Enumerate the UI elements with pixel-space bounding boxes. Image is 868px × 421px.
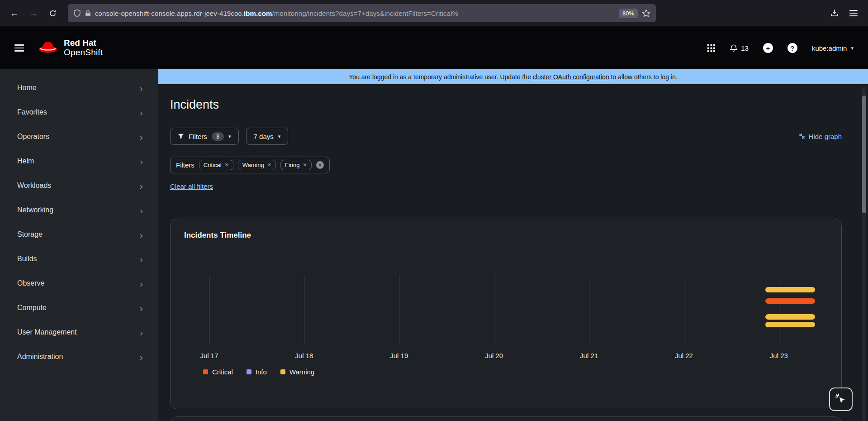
temp-admin-banner: You are logged in as a temporary adminis… [158,69,868,84]
brand-line1: Red Hat [64,38,103,48]
page-title: Incidents [170,97,842,112]
app-launcher-button[interactable] [707,44,715,52]
help-button[interactable]: ? [787,43,797,53]
sidebar-item-networking[interactable]: Networking› [0,198,158,222]
banner-text-before: You are logged in as a temporary adminis… [349,73,533,81]
chevron-right-icon: › [140,108,143,117]
banner-text-after: to allow others to log in. [609,73,678,81]
incident-bar-warning[interactable] [765,314,815,320]
zoom-indicator[interactable]: 80% [619,9,638,18]
sidebar-item-administration[interactable]: Administration› [0,344,158,369]
chevron-right-icon: › [140,206,143,215]
gridline [684,275,684,345]
tracking-shield-icon[interactable] [73,9,81,17]
nav-label: Observe [17,279,44,287]
cursor-click-icon [834,392,848,406]
menu-icon [849,10,858,16]
chip-label: Firing [285,162,300,168]
toolbar: Filters 3 ▾ 7 days ▾ Hide graph [170,128,842,145]
legend-swatch [203,369,208,374]
legend-item-critical: Critical [203,368,233,376]
chevron-right-icon: › [140,83,143,93]
chevron-right-icon: › [140,352,143,362]
url-path: /monitoring/incidents?days=7+days&incide… [272,10,458,17]
duration-dropdown-button[interactable]: 7 days ▾ [246,128,289,145]
chart-plot-area [184,275,828,345]
chip-label: Warning [242,162,264,168]
masthead: Red Hat OpenShift 13 + ? [0,27,868,69]
remove-chip-icon[interactable]: ✕ [225,162,229,168]
filters-dropdown-button[interactable]: Filters 3 ▾ [170,128,239,145]
sidebar-item-storage[interactable]: Storage› [0,222,158,247]
reload-button[interactable] [44,5,61,21]
incident-bar-critical[interactable] [765,298,815,304]
chevron-right-icon: › [140,328,143,337]
brand: Red Hat OpenShift [38,38,103,57]
save-file-button[interactable] [826,5,843,21]
sidebar-item-operators[interactable]: Operators› [0,124,158,149]
clear-chip-group-icon[interactable]: ✕ [316,161,324,169]
back-button[interactable]: ← [6,5,23,21]
nav-label: Networking [17,206,53,214]
sidebar-item-favorites[interactable]: Favorites› [0,100,158,124]
lock-icon[interactable] [85,10,91,17]
x-tick-label: Jul 19 [390,352,408,359]
sidebar-item-builds[interactable]: Builds› [0,247,158,271]
quick-create-button[interactable]: + [763,43,773,53]
notifications-button[interactable]: 13 [730,44,749,53]
nav-label: Administration [17,353,63,361]
nav-toggle-button[interactable] [14,44,24,52]
chevron-right-icon: › [140,181,143,191]
sidebar-item-observe[interactable]: Observe› [0,271,158,296]
sidebar-nav: Home› Favorites› Operators› Helm› Worklo… [0,69,158,421]
x-tick-label: Jul 21 [580,352,598,359]
hide-graph-button[interactable]: Hide graph [799,133,842,140]
remove-chip-icon[interactable]: ✕ [303,162,307,168]
grid-icon [707,44,715,52]
chevron-right-icon: › [140,279,143,288]
bookmark-star-icon[interactable] [642,9,650,18]
browser-toolbar: ← → console-openshift-console.apps.rdr-j… [0,0,868,27]
browser-menu-button[interactable] [845,5,862,21]
oauth-config-link[interactable]: cluster OAuth configuration [533,73,609,81]
incident-bar-warning[interactable] [765,287,815,292]
sidebar-item-workloads[interactable]: Workloads› [0,173,158,198]
filters-button-label: Filters [189,133,207,140]
chip-label: Critical [204,162,222,168]
incident-bar-warning[interactable] [765,322,815,327]
chevron-down-icon: ▾ [851,45,854,51]
remove-chip-icon[interactable]: ✕ [267,162,271,168]
notification-count: 13 [741,44,749,52]
main-content: You are logged in as a temporary adminis… [158,69,868,421]
reload-icon [49,10,57,17]
clear-all-filters-link[interactable]: Clear all filters [170,182,213,190]
nav-label: Favorites [17,108,47,116]
forward-button[interactable]: → [25,5,42,21]
nav-label: Builds [17,255,37,263]
filter-icon [178,133,184,139]
user-menu[interactable]: kube:admin ▾ [812,44,854,52]
url-text: console-openshift-console.apps.rdr-jeev-… [95,10,613,17]
filters-count-badge: 3 [212,132,224,141]
chart-legend: CriticalInfoWarning [203,368,828,376]
sidebar-item-compute[interactable]: Compute› [0,296,158,320]
url-domain: ibm.com [244,10,272,17]
nav-label: User Management [17,328,77,336]
url-bar[interactable]: console-openshift-console.apps.rdr-jeev-… [68,4,656,22]
chevron-right-icon: › [140,254,143,264]
sidebar-item-helm[interactable]: Helm› [0,149,158,173]
nav-label: Home [17,84,37,92]
scrollbar-thumb[interactable] [862,96,866,213]
chip-group-label: Filters [176,161,194,169]
sidebar-item-home[interactable]: Home› [0,76,158,100]
save-file-icon [830,9,839,17]
chart-x-axis: Jul 17Jul 18Jul 19Jul 20Jul 21Jul 22Jul … [184,352,828,361]
nav-label: Compute [17,304,47,312]
bell-icon [730,44,738,53]
legend-label: Warning [289,368,314,376]
nav-label: Operators [17,133,49,141]
sidebar-item-user-management[interactable]: User Management› [0,320,158,344]
chip-critical: Critical ✕ [199,160,233,170]
gridline [779,275,779,345]
legend-swatch [280,369,285,374]
